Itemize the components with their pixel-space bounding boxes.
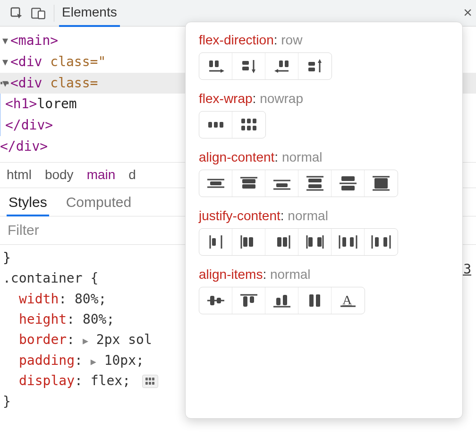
svg-rect-72 [217,298,221,303]
svg-text:A: A [342,293,352,307]
svg-rect-50 [212,238,216,246]
svg-rect-21 [208,122,212,128]
flex-direction-column-icon[interactable] [232,53,265,79]
svg-rect-47 [374,178,388,189]
justify-content-space-between-icon[interactable] [298,229,332,255]
close-icon[interactable]: × [463,4,472,21]
svg-rect-45 [341,186,355,190]
justify-content-space-evenly-icon[interactable] [365,229,398,255]
crumb[interactable]: main [87,167,116,182]
group-flex-direction: flex-direction: row [199,33,449,80]
svg-rect-60 [317,237,322,247]
crumb[interactable]: body [45,167,74,182]
align-content-center-icon[interactable] [199,170,232,197]
svg-rect-13 [242,67,249,70]
justify-content-end-icon[interactable] [265,229,298,255]
svg-rect-34 [242,179,255,183]
svg-rect-75 [250,296,254,303]
svg-rect-8 [152,382,154,385]
svg-rect-10 [215,60,219,67]
svg-rect-55 [277,237,281,247]
svg-rect-79 [309,294,314,307]
svg-rect-54 [249,237,253,247]
styles-filter-input[interactable] [7,222,167,239]
justify-content-center-icon[interactable] [199,229,232,255]
svg-rect-7 [149,382,151,385]
svg-rect-76 [276,298,280,305]
svg-rect-27 [241,126,245,130]
align-items-stretch-icon[interactable] [298,287,332,314]
flex-editor-popover: flex-direction: row flex-wrap: nowrap al… [185,22,463,419]
brace: } [3,250,11,266]
svg-rect-15 [279,60,283,67]
align-items-center-icon[interactable] [199,287,232,314]
svg-rect-80 [316,294,320,307]
svg-rect-12 [242,61,249,65]
tab-computed[interactable]: Computed [66,194,131,216]
crumb[interactable]: d [128,167,136,182]
group-justify-content: justify-content: normal [199,208,449,256]
align-content-start-icon[interactable] [232,170,265,197]
align-items-baseline-icon[interactable]: A [332,287,365,314]
svg-rect-56 [283,237,287,247]
tab-elements[interactable]: Elements [59,0,120,26]
svg-rect-43 [341,176,355,181]
svg-rect-4 [149,378,151,380]
svg-rect-36 [276,183,288,187]
svg-rect-26 [253,119,256,123]
flex-direction-column-reverse-icon[interactable] [298,53,332,79]
svg-rect-18 [308,62,315,66]
svg-rect-23 [220,122,223,128]
group-flex-wrap: flex-wrap: nowrap [199,91,449,138]
svg-rect-63 [342,237,346,247]
justify-content-start-icon[interactable] [232,229,265,255]
svg-rect-6 [145,382,148,385]
svg-rect-31 [210,181,221,185]
svg-rect-41 [308,184,322,188]
svg-rect-67 [375,237,379,247]
svg-rect-74 [243,296,247,307]
toolbar-separator [54,5,54,22]
align-content-end-icon[interactable] [265,170,298,197]
flex-direction-row-reverse-icon[interactable] [265,53,298,79]
svg-rect-40 [308,179,322,182]
flex-wrap-wrap-icon[interactable] [232,112,265,138]
align-content-stretch-icon[interactable] [365,170,398,197]
svg-rect-5 [152,378,154,380]
svg-rect-28 [247,126,251,130]
svg-rect-29 [253,126,256,130]
svg-rect-64 [350,237,354,247]
svg-rect-71 [210,296,214,305]
svg-rect-59 [308,237,313,247]
svg-rect-77 [283,295,287,305]
group-align-items: align-items: normal A [199,267,449,314]
svg-rect-9 [209,60,213,67]
justify-content-space-around-icon[interactable] [332,229,365,255]
svg-rect-68 [383,237,387,247]
tab-styles[interactable]: Styles [8,194,47,216]
svg-rect-35 [242,184,255,189]
align-items-start-icon[interactable] [232,287,265,314]
flex-direction-row-icon[interactable] [199,53,232,79]
svg-rect-3 [145,378,148,380]
group-align-content: align-content: normal [199,150,449,197]
svg-rect-53 [243,237,247,247]
svg-rect-16 [285,60,289,67]
svg-rect-24 [241,119,245,123]
device-toggle-icon[interactable] [27,4,49,23]
align-content-space-around-icon[interactable] [298,170,332,197]
brace: } [3,394,11,409]
svg-rect-25 [247,119,251,123]
crumb[interactable]: html [7,167,32,182]
selector[interactable]: .container { [3,270,98,286]
flex-editor-open-icon[interactable] [142,375,158,388]
flex-wrap-nowrap-icon[interactable] [199,112,232,138]
align-items-end-icon[interactable] [265,287,298,314]
align-content-space-between-icon[interactable] [332,170,365,197]
svg-rect-2 [38,11,45,18]
inspect-icon[interactable] [6,4,27,23]
svg-rect-19 [308,68,315,71]
svg-rect-22 [214,122,218,128]
